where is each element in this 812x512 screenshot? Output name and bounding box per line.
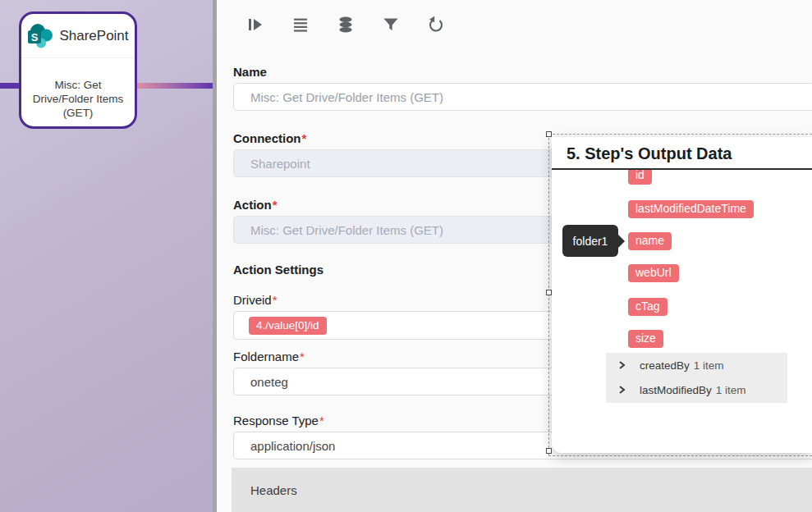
- output-data-tree: id lastModifiedDateTime name webUrl cTag…: [552, 170, 812, 452]
- sharepoint-logo-icon: S: [27, 23, 53, 49]
- name-label: Name: [233, 65, 267, 79]
- headers-accordion[interactable]: Headers: [232, 468, 812, 512]
- mapped-value-pill[interactable]: 4./value[0]/id: [249, 317, 327, 335]
- app-screen: S SharePoint Misc: Get Drive/Folder Item…: [0, 0, 812, 512]
- foldername-label: Foldername*: [233, 350, 305, 363]
- output-field-badge[interactable]: webUrl: [628, 264, 679, 282]
- output-data-overlay[interactable]: 5. Step's Output Data id lastModifiedDat…: [548, 134, 812, 456]
- filter-button[interactable]: [380, 14, 401, 35]
- output-field-badge[interactable]: name: [628, 232, 672, 250]
- chevron-right-icon: [617, 385, 626, 395]
- driveid-label: Driveid*: [233, 293, 278, 307]
- step-forward-icon: [245, 15, 265, 34]
- headers-title: Headers: [250, 483, 297, 497]
- output-field-badge[interactable]: id: [628, 170, 652, 185]
- output-field-badge[interactable]: lastModifiedDateTime: [628, 200, 754, 218]
- output-group-createdby[interactable]: createdBy 1 item: [606, 353, 787, 377]
- output-data-title: 5. Step's Output Data: [552, 137, 812, 170]
- output-group-lastmodifiedby[interactable]: lastModifiedBy 1 item: [606, 377, 787, 402]
- output-field-badge[interactable]: size: [628, 330, 663, 348]
- output-data-panel: 5. Step's Output Data id lastModifiedDat…: [552, 137, 812, 453]
- resize-handle-bottom-left[interactable]: [546, 448, 552, 454]
- action-settings-heading: Action Settings: [233, 263, 323, 277]
- workflow-canvas: S SharePoint Misc: Get Drive/Folder Item…: [0, 0, 213, 512]
- output-group-list: createdBy 1 item lastModifiedBy 1 item: [606, 353, 787, 403]
- resize-handle-top-left[interactable]: [546, 131, 552, 137]
- filter-icon: [381, 15, 401, 34]
- svg-text:S: S: [31, 30, 39, 43]
- node-header: S SharePoint: [21, 14, 135, 58]
- step-forward-button[interactable]: [245, 14, 266, 35]
- step-toolbar: [245, 14, 447, 35]
- response-type-label: Response Type*: [233, 414, 324, 427]
- required-asterisk: *: [319, 414, 324, 427]
- output-field-badge[interactable]: cTag: [628, 298, 667, 316]
- data-button[interactable]: [335, 14, 356, 35]
- undo-icon: [426, 15, 446, 34]
- action-label: Action*: [233, 198, 278, 212]
- node-step-label: Misc: Get Drive/Folder Items (GET): [21, 78, 135, 120]
- list-button[interactable]: [290, 14, 311, 35]
- name-input[interactable]: [233, 83, 812, 111]
- value-tooltip: folder1: [562, 225, 618, 257]
- resize-handle-mid-left[interactable]: [546, 290, 552, 295]
- required-asterisk: *: [300, 350, 305, 363]
- chevron-right-icon: [617, 360, 626, 370]
- required-asterisk: *: [273, 293, 278, 307]
- connection-label: Connection*: [233, 131, 306, 145]
- connector-line-right: [135, 83, 213, 89]
- list-icon: [291, 15, 310, 34]
- required-asterisk: *: [302, 131, 307, 145]
- required-asterisk: *: [273, 198, 278, 212]
- database-icon: [336, 15, 356, 34]
- node-app-name: SharePoint: [59, 28, 128, 44]
- workflow-step-node[interactable]: S SharePoint Misc: Get Drive/Folder Item…: [19, 11, 137, 129]
- undo-button[interactable]: [425, 14, 447, 35]
